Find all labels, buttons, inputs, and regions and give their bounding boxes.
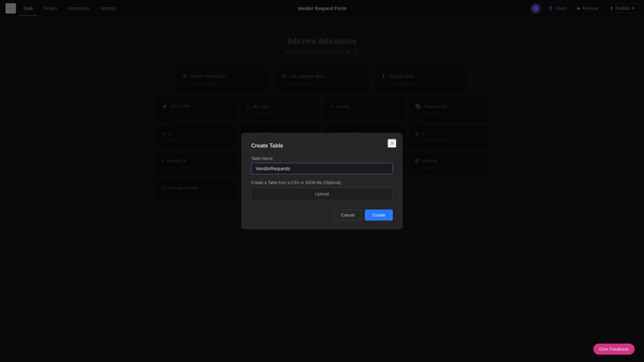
table-name-input[interactable] [251, 163, 393, 174]
feedback-button[interactable]: Give Feedback [593, 344, 635, 355]
modal-close-button[interactable]: ✕ [387, 139, 397, 148]
create-table-modal: Create Table ✕ Table Name Create a Table… [241, 133, 402, 229]
modal-title: Create Table [251, 143, 393, 149]
table-name-label: Table Name [251, 156, 393, 161]
upload-area[interactable]: Upload [251, 188, 393, 200]
modal-actions: Cancel Create [251, 209, 393, 221]
cancel-button[interactable]: Cancel [334, 209, 362, 221]
csv-label: Create a Table from a CSV or JSON file (… [251, 180, 393, 185]
modal-overlay: Create Table ✕ Table Name Create a Table… [0, 0, 644, 362]
create-button[interactable]: Create [365, 209, 393, 221]
upload-label: Upload [315, 191, 329, 196]
